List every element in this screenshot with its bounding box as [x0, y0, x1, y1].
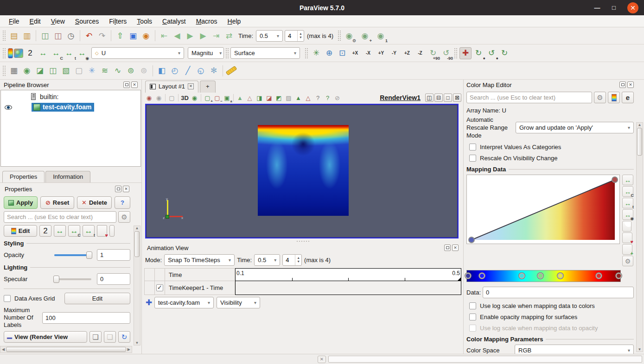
frame-spinner[interactable]: ▲▼ — [285, 30, 304, 42]
copy-properties-icon[interactable]: ❏ — [89, 331, 102, 343]
select-cells-through-icon[interactable]: ▣± — [222, 94, 232, 102]
advanced-options-icon[interactable]: ⚙ — [622, 256, 633, 266]
choose-preset-icon[interactable]: ♥ — [622, 232, 632, 243]
menu-file[interactable]: File — [4, 16, 25, 26]
specular-input[interactable] — [97, 273, 130, 285]
time-value-combo[interactable]: 0.5▾ — [256, 30, 283, 42]
data-axes-edit-button[interactable]: Edit — [64, 293, 130, 304]
plot-over-line-icon[interactable]: ╱ — [182, 65, 194, 77]
data-value-input[interactable] — [483, 287, 634, 298]
hover-cells-icon[interactable]: ▲ — [293, 94, 303, 102]
tooltip-points-icon[interactable]: ? — [323, 94, 332, 102]
rescale-to-data-range-icon[interactable]: ↔ — [54, 225, 66, 237]
cavity-simulation-surface[interactable] — [258, 125, 349, 216]
interaction-mode-3d-icon[interactable]: 3D — [180, 94, 190, 102]
view-minus-x-icon[interactable]: -X — [362, 47, 374, 59]
toolbar-grip[interactable] — [338, 30, 341, 41]
delete-button[interactable]: ✕Delete — [77, 196, 112, 209]
pick-rotation-center-icon[interactable]: ↻● — [472, 47, 485, 59]
properties-vertical-scrollbar[interactable]: ▲▼ — [134, 226, 140, 345]
rescale-to-custom-range-icon[interactable]: ↔C — [50, 47, 62, 59]
rescale-mode-combo[interactable]: Grow and update on 'Apply'▾ — [516, 122, 634, 133]
close-panel-icon[interactable]: ✕ — [627, 82, 634, 88]
maximize-button[interactable]: □ — [611, 4, 617, 11]
close-panel-icon[interactable]: ✕ — [123, 186, 129, 192]
colormap-vertical-scrollbar[interactable]: ▲▼ — [636, 122, 643, 352]
save-state-icon[interactable]: ▥ — [21, 30, 33, 42]
data-axes-grid-checkbox[interactable] — [4, 295, 11, 302]
reset-camera-icon[interactable]: ✳ — [310, 47, 322, 59]
color-transfer-bar[interactable] — [466, 270, 621, 282]
color-control-point[interactable] — [519, 273, 525, 279]
camera-wrench-icon[interactable]: ◉⚙ — [343, 30, 355, 42]
first-frame-icon[interactable]: ⇤ — [158, 30, 170, 42]
animation-time-combo[interactable]: 0.5▾ — [254, 254, 280, 266]
frame-input[interactable] — [285, 32, 297, 39]
rescale-to-data-range-icon[interactable]: ↔ — [37, 47, 49, 59]
loop-icon[interactable]: ⇄ — [223, 30, 235, 42]
view-section-header[interactable]: ▬View (Render View — [4, 331, 87, 343]
current-time-marker[interactable] — [458, 277, 461, 281]
menu-catalyst[interactable]: Catalyst — [157, 16, 191, 26]
abort-progress-button[interactable]: ✕ — [318, 356, 326, 363]
tab-information[interactable]: Information — [45, 171, 90, 182]
split-vertical-icon[interactable]: ⊟ — [434, 94, 443, 102]
animation-property-combo[interactable]: Visibility▾ — [217, 297, 260, 308]
hover-points-icon[interactable]: △ — [303, 94, 313, 102]
opacity-slider[interactable] — [54, 254, 91, 256]
warp-by-vector-icon[interactable]: ∿ — [112, 65, 124, 77]
ungroup-icon[interactable]: ⊚ — [138, 65, 150, 77]
view-plus-z-icon[interactable]: +Z — [401, 47, 413, 59]
contour-icon[interactable]: ◉ — [21, 65, 33, 77]
undo-icon[interactable]: ↶ — [83, 30, 95, 42]
previous-frame-icon[interactable]: ◀ — [171, 30, 183, 42]
rotate-camera-icon[interactable]: ↻ — [498, 47, 510, 59]
tab-layout-1[interactable]: Layout #1 ✕ — [145, 81, 198, 93]
view-minus-y-icon[interactable]: -Y — [388, 47, 400, 59]
rescale-over-time-icon[interactable]: ↔t — [622, 198, 633, 208]
plot-selection-over-time-icon[interactable]: ◵ — [195, 65, 207, 77]
tooltip-cells-icon[interactable]: ? — [313, 94, 323, 102]
choose-preset-icon[interactable]: ♥ — [97, 225, 107, 237]
view-plus-y-icon[interactable]: +Y — [375, 47, 387, 59]
rescale-to-visible-range-icon[interactable]: ↔◉ — [76, 47, 88, 59]
play-icon[interactable]: ▶ — [184, 30, 196, 42]
connect-server-icon[interactable]: ◫ — [39, 30, 51, 42]
pipeline-item-source[interactable]: test-cavity.foam — [1, 102, 140, 113]
select-cells-polygon-icon[interactable]: ▲ — [235, 94, 245, 102]
animation-mode-combo[interactable]: Snap To TimeSteps▾ — [164, 254, 235, 266]
render-view[interactable]: y x z — [145, 104, 459, 238]
ruler-icon[interactable] — [226, 66, 237, 75]
reset-rotation-center-icon[interactable]: ↺● — [485, 47, 497, 59]
help-button[interactable]: ? — [115, 196, 130, 209]
color-control-point[interactable] — [465, 273, 471, 279]
pipeline-item-builtin[interactable]: builtin: — [1, 91, 140, 102]
toolbar-grip[interactable] — [2, 65, 6, 76]
color-map-bar-icon[interactable] — [8, 48, 13, 58]
close-button[interactable]: ✕ — [627, 2, 638, 13]
new-layout-tab[interactable]: + — [200, 81, 216, 93]
open-file-icon[interactable]: ▤ — [8, 30, 20, 42]
color-array-combo[interactable]: ◇ U▾ — [91, 47, 184, 59]
plot-over-time-icon[interactable]: ◴ — [169, 65, 181, 77]
group-datasets-icon[interactable]: ⊚ — [125, 65, 137, 77]
slice-icon[interactable]: ◫ — [47, 65, 59, 77]
select-points-rectangle-icon[interactable]: ▢− — [212, 94, 222, 102]
show-color-legend-icon[interactable] — [109, 225, 115, 237]
representation-combo[interactable]: Surface▾ — [230, 47, 300, 59]
last-frame-icon[interactable]: ⇥ — [210, 30, 222, 42]
render-view-colormap-icon[interactable] — [608, 92, 620, 103]
opacity-mapping-checkbox[interactable] — [469, 314, 476, 320]
rescale-to-custom-range-icon[interactable]: ↔C — [68, 225, 80, 237]
zoom-to-data-icon[interactable]: ⊕ — [323, 47, 335, 59]
timekeeper-enabled-checkbox[interactable] — [156, 284, 163, 291]
grow-selection-icon[interactable]: ▨ — [284, 94, 293, 102]
reset-session-icon[interactable]: ◷ — [65, 30, 77, 42]
save-preset-icon[interactable]: + — [622, 244, 632, 255]
edit-color-legend-icon[interactable]: e — [622, 92, 634, 103]
next-frame-icon[interactable]: ▶ — [197, 30, 209, 42]
edit-color-map-button[interactable]: Edit — [4, 225, 37, 237]
undock-panel-icon[interactable] — [123, 82, 130, 88]
redo-icon[interactable]: ↷ — [96, 30, 108, 42]
link-camera-icon[interactable]: ◉ — [154, 94, 164, 102]
